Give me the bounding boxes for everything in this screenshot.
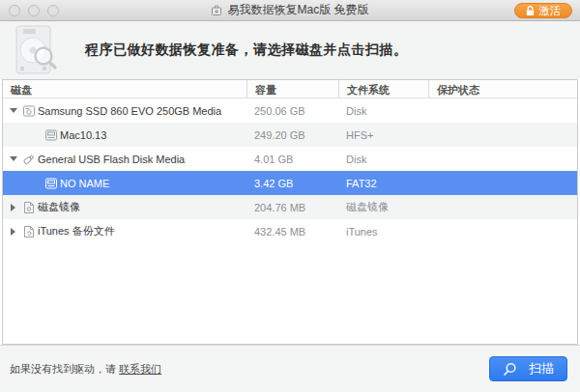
scan-button-label: 扫描 [529, 360, 554, 378]
scan-button[interactable]: 扫描 [489, 356, 567, 381]
table-row[interactable]: Samsung SSD 860 EVO 250GB Media250.06 GB… [3, 98, 577, 123]
disk-name-label: iTunes 备份文件 [38, 224, 115, 238]
filesystem-value: FAT32 [338, 178, 428, 189]
disk-name-cell: Mac10.13 [3, 128, 246, 142]
window-proxy-icon [211, 5, 222, 16]
column-header-filesystem: 文件系统 [338, 80, 428, 98]
table-row[interactable]: Mac10.13249.20 GBHFS+ [3, 123, 577, 147]
internal-drive-icon [22, 104, 36, 118]
minimize-window-button[interactable] [28, 5, 40, 16]
disk-name-label: 磁盘镜像 [38, 200, 80, 214]
window-title-text: 易我数据恢复Mac版 免费版 [227, 2, 368, 18]
disclosure-triangle-collapsed-icon[interactable] [7, 228, 19, 236]
disk-name-label: Samsung SSD 860 EVO 250GB Media [38, 105, 221, 117]
table-row[interactable]: iTunes 备份文件432.45 MBiTunes [3, 219, 577, 243]
disk-name-cell: 磁盘镜像 [3, 200, 246, 214]
table-row[interactable]: 磁盘镜像204.76 MB磁盘镜像 [3, 195, 577, 219]
disclosure-triangle-expanded-icon[interactable] [7, 156, 19, 161]
disk-image-file-icon [22, 201, 36, 214]
footer: 如果没有找到驱动，请 联系我们 扫描 [0, 345, 580, 392]
zoom-window-button[interactable] [47, 5, 59, 16]
filesystem-value: HFS+ [338, 129, 428, 141]
capacity-value: 432.45 MB [246, 226, 338, 238]
volume-icon [44, 177, 58, 190]
volume-icon [44, 128, 58, 142]
filesystem-value: 磁盘镜像 [338, 200, 428, 214]
disclosure-triangle-collapsed-icon[interactable] [7, 204, 19, 211]
disk-name-label: General USB Flash Disk Media [38, 154, 185, 165]
drive-not-found-hint: 如果没有找到驱动，请 联系我们 [10, 362, 161, 377]
traffic-lights [9, 5, 59, 16]
backup-file-icon [22, 225, 36, 238]
filesystem-value: Disk [338, 105, 428, 117]
contact-us-link[interactable]: 联系我们 [119, 363, 161, 375]
column-header-disk: 磁盘 [3, 80, 246, 98]
disk-table-body: Samsung SSD 860 EVO 250GB Media250.06 GB… [3, 98, 577, 243]
window-title: 易我数据恢复Mac版 免费版 [211, 2, 368, 18]
hint-text: 如果没有找到驱动，请 [10, 363, 119, 375]
capacity-value: 4.01 GB [246, 154, 338, 165]
close-window-button[interactable] [9, 5, 20, 16]
disk-search-icon [8, 23, 62, 77]
lock-icon [526, 6, 535, 16]
magnifier-icon [503, 362, 517, 377]
capacity-value: 250.06 GB [246, 105, 338, 117]
table-row[interactable]: NO NAME3.42 GBFAT32 [3, 171, 577, 195]
capacity-value: 249.20 GB [246, 129, 338, 141]
activate-button-label: 激活 [539, 4, 561, 18]
column-header-capacity: 容量 [246, 80, 338, 98]
filesystem-value: iTunes [338, 226, 428, 238]
disk-name-label: NO NAME [60, 178, 109, 189]
disk-name-cell: Samsung SSD 860 EVO 250GB Media [3, 104, 246, 118]
disk-name-label: Mac10.13 [60, 129, 106, 141]
disclosure-triangle-expanded-icon[interactable] [7, 108, 19, 113]
header: 程序已做好数据恢复准备，请选择磁盘并点击扫描。 [0, 21, 580, 79]
app-window: 易我数据恢复Mac版 免费版 激活 程序已做好数据恢复准备，请选择磁盘并点击扫描… [0, 0, 580, 392]
disk-name-cell: iTunes 备份文件 [3, 224, 246, 238]
table-header: 磁盘 容量 文件系统 保护状态 [3, 80, 577, 98]
table-row[interactable]: General USB Flash Disk Media4.01 GBDisk [3, 147, 577, 171]
disk-name-cell: General USB Flash Disk Media [3, 153, 246, 166]
capacity-value: 3.42 GB [246, 178, 338, 189]
filesystem-value: Disk [338, 154, 428, 165]
activate-button[interactable]: 激活 [514, 3, 572, 18]
capacity-value: 204.76 MB [246, 202, 338, 213]
disk-table: 磁盘 容量 文件系统 保护状态 Samsung SSD 860 EVO 250G… [2, 79, 578, 345]
column-header-protection: 保护状态 [428, 80, 577, 98]
usb-drive-icon [22, 153, 36, 166]
disk-name-cell: NO NAME [3, 177, 246, 190]
instruction-text: 程序已做好数据恢复准备，请选择磁盘并点击扫描。 [85, 42, 408, 59]
titlebar: 易我数据恢复Mac版 免费版 激活 [0, 0, 580, 21]
